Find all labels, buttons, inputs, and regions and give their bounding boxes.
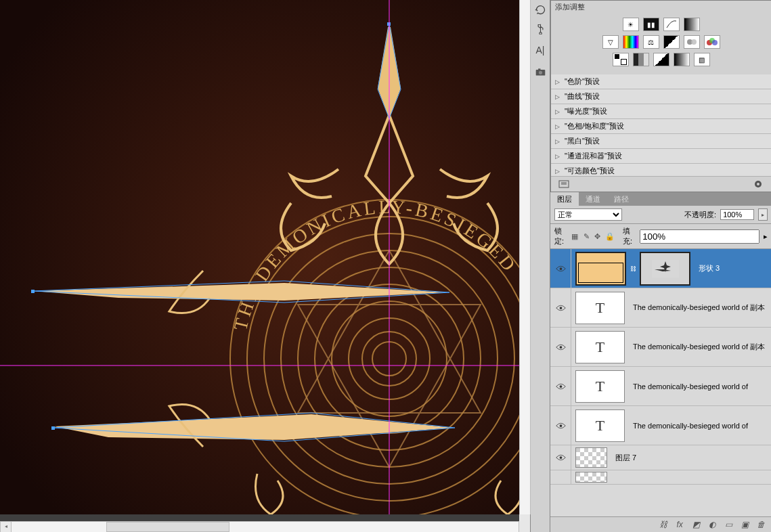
canvas-area[interactable]: THE DEMONICALLY-BESIEGED (0, 0, 530, 532)
layer-thumbnail[interactable]: T (575, 370, 625, 403)
layer-row[interactable]: T The demonically-besieged world of 副本 (550, 288, 771, 328)
resize-grip[interactable] (519, 514, 530, 532)
layer-name[interactable]: 图层 7 (611, 453, 771, 463)
svg-rect-15 (31, 290, 35, 293)
fill-arrow-icon[interactable]: ▸ (764, 232, 768, 241)
blend-mode-select[interactable]: 正常 (554, 208, 622, 221)
threshold-icon[interactable] (653, 53, 669, 66)
character-panel-icon[interactable]: A| (531, 41, 550, 60)
link-layers-icon[interactable]: ⛓ (658, 520, 669, 529)
layer-thumbnail[interactable]: T (575, 409, 625, 442)
layer-name[interactable]: The demonically-besieged world of (629, 382, 771, 391)
layer-thumbnail[interactable]: T (575, 331, 625, 363)
tab-paths[interactable]: 路径 (607, 192, 636, 206)
canvas[interactable]: THE DEMONICALLY-BESIEGED (0, 0, 530, 514)
visibility-toggle[interactable] (550, 288, 571, 327)
layer-thumbnail[interactable] (575, 472, 607, 483)
visibility-toggle[interactable] (550, 249, 571, 288)
visibility-toggle[interactable] (550, 470, 571, 484)
channel-mixer-icon[interactable] (704, 35, 720, 49)
layer-row[interactable]: ⛓ 形状 3 (550, 249, 771, 288)
camera-icon[interactable] (531, 62, 550, 81)
opacity-input[interactable] (720, 209, 754, 220)
layer-row[interactable]: T The demonically-besieged world of (550, 367, 771, 406)
layer-row[interactable]: T The demonically-besieged world of (550, 406, 771, 445)
layer-style-icon[interactable]: fx (674, 520, 685, 529)
canvas-scrollbar-vertical[interactable] (519, 0, 530, 514)
adjustment-layer-icon[interactable]: ◐ (707, 520, 718, 529)
history-icon[interactable] (531, 0, 550, 19)
layer-list: ⛓ 形状 3 T The demonically-besieged world … (550, 249, 771, 516)
disclosure-triangle-icon: ▷ (555, 138, 562, 145)
preset-label: "可选颜色"预设 (565, 166, 615, 176)
text-layer-icon: T (596, 299, 604, 317)
invert-icon[interactable] (613, 53, 629, 66)
svg-point-30 (559, 267, 562, 270)
preset-label: "色相/饱和度"预设 (565, 121, 624, 131)
layer-thumbnail[interactable]: T (575, 292, 625, 324)
curves-icon[interactable] (663, 18, 680, 31)
preset-row[interactable]: ▷"可选颜色"预设 (551, 164, 771, 176)
link-icon[interactable]: ⛓ (630, 265, 636, 272)
scroll-thumb[interactable] (106, 522, 229, 532)
adjustments-header[interactable]: 添加调整 (551, 1, 771, 14)
scroll-left-arrow[interactable]: ◂ (0, 521, 12, 533)
preset-row[interactable]: ▷"曝光度"预设 (551, 104, 771, 119)
layer-thumbnail[interactable] (575, 447, 607, 468)
lock-all-icon[interactable]: 🔒 (605, 231, 615, 241)
layer-name[interactable]: 形状 3 (695, 263, 771, 273)
layer-thumbnail[interactable] (575, 252, 626, 286)
layer-name[interactable]: The demonically-besieged world of 副本 (629, 342, 771, 352)
levels-icon[interactable]: ▮▮ (643, 18, 659, 31)
gradient-map-icon[interactable] (674, 53, 690, 66)
selective-color-icon[interactable]: ▧ (694, 53, 710, 66)
black-white-icon[interactable] (663, 35, 680, 49)
hue-sat-icon[interactable] (623, 35, 639, 49)
svg-point-32 (559, 307, 562, 309)
lock-position-icon[interactable]: ✥ (594, 231, 601, 241)
expand-icon[interactable] (558, 179, 570, 189)
visibility-toggle[interactable] (550, 406, 571, 445)
layer-name[interactable]: The demonically-besieged world of 副本 (629, 303, 771, 313)
visibility-toggle[interactable] (550, 445, 571, 470)
visibility-toggle[interactable] (550, 367, 571, 405)
preset-row[interactable]: ▷"曲线"预设 (551, 89, 771, 104)
right-panels: 添加调整 ☀ ▮▮ ▽ ⚖ (550, 0, 771, 532)
svg-point-34 (559, 385, 562, 388)
adjustments-panel: 添加调整 ☀ ▮▮ ▽ ⚖ (550, 0, 771, 192)
new-layer-icon[interactable]: ▣ (739, 520, 750, 529)
opacity-arrow-icon[interactable]: ▸ (758, 208, 768, 221)
delete-layer-icon[interactable]: 🗑 (755, 520, 766, 529)
layer-name[interactable]: The demonically-besieged world of (629, 422, 771, 430)
preset-row[interactable]: ▷"色相/饱和度"预设 (551, 119, 771, 134)
vibrance-icon[interactable]: ▽ (602, 35, 619, 49)
brightness-contrast-icon[interactable]: ☀ (623, 18, 639, 31)
tab-layers[interactable]: 图层 (550, 192, 579, 206)
svg-point-33 (559, 346, 562, 349)
exposure-icon[interactable] (684, 18, 700, 31)
new-group-icon[interactable]: ▭ (723, 520, 734, 529)
photo-filter-icon[interactable] (684, 35, 700, 49)
layer-row[interactable]: 图层 7 (550, 445, 771, 470)
layer-controls-row: 正常 不透明度: ▸ (550, 206, 771, 224)
vector-mask-thumbnail[interactable] (640, 252, 690, 286)
disclosure-triangle-icon: ▷ (555, 93, 562, 100)
layer-row-partial[interactable] (550, 470, 771, 485)
color-balance-icon[interactable]: ⚖ (643, 35, 659, 49)
posterize-icon[interactable] (633, 53, 649, 66)
svg-point-36 (559, 456, 562, 459)
preset-row[interactable]: ▷"黑白"预设 (551, 134, 771, 149)
preset-label: "黑白"预设 (565, 136, 600, 146)
usb-icon[interactable] (531, 19, 550, 38)
add-mask-icon[interactable]: ◩ (690, 520, 701, 529)
fill-input[interactable] (640, 229, 759, 244)
clip-mask-icon[interactable] (752, 179, 764, 189)
lock-pixels-icon[interactable]: ✎ (583, 231, 590, 241)
lock-transparency-icon[interactable]: ▦ (571, 231, 579, 241)
layer-row[interactable]: T The demonically-besieged world of 副本 (550, 328, 771, 367)
preset-row[interactable]: ▷"通道混和器"预设 (551, 149, 771, 164)
visibility-toggle[interactable] (550, 328, 571, 366)
canvas-scrollbar-horizontal[interactable]: ◂ ▸ (0, 521, 530, 532)
preset-row[interactable]: ▷"色阶"预设 (551, 74, 771, 89)
tab-channels[interactable]: 通道 (579, 192, 607, 206)
